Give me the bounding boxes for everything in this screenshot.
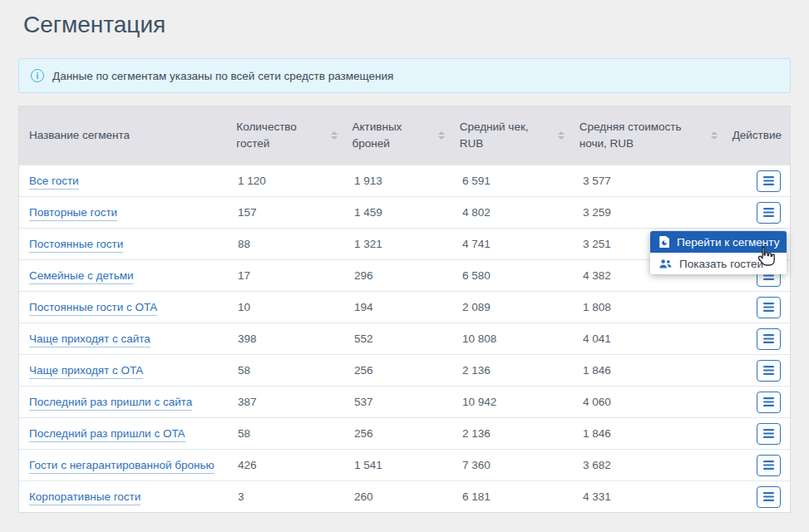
segment-link[interactable]: Последний раз пришли с OTA bbox=[29, 427, 185, 442]
column-header[interactable]: Средняя стоимость ночи, RUB bbox=[570, 119, 723, 151]
row-actions-button[interactable] bbox=[757, 202, 781, 224]
table-row: Гости с негарантированной бронью 426 1 5… bbox=[19, 449, 790, 480]
column-header-label: Средняя стоимость ночи, RUB bbox=[580, 119, 704, 151]
guests-count-cell: 387 bbox=[228, 396, 344, 408]
avg-check-cell: 2 089 bbox=[452, 301, 573, 313]
sort-icon[interactable] bbox=[711, 131, 718, 140]
segment-link[interactable]: Гости с негарантированной бронью bbox=[29, 459, 215, 474]
guests-count-cell: 157 bbox=[228, 206, 344, 219]
sort-up-arrow-icon bbox=[558, 131, 565, 135]
avg-check-cell: 10 942 bbox=[452, 396, 573, 408]
guests-count-cell: 10 bbox=[228, 301, 344, 313]
active-bookings-cell: 1 541 bbox=[344, 459, 452, 471]
hand-cursor-pointer bbox=[753, 243, 778, 269]
sort-up-arrow-icon bbox=[331, 131, 338, 135]
guests-count-cell: 17 bbox=[228, 269, 344, 282]
segment-link[interactable]: Семейные с детьми bbox=[29, 269, 133, 284]
sort-up-arrow-icon bbox=[711, 131, 718, 135]
hamburger-icon bbox=[763, 429, 774, 438]
active-bookings-cell: 1 913 bbox=[344, 175, 452, 187]
row-actions-button[interactable] bbox=[757, 328, 781, 350]
active-bookings-cell: 552 bbox=[344, 332, 452, 345]
hamburger-icon bbox=[763, 334, 774, 343]
hamburger-icon bbox=[763, 461, 774, 470]
column-header: Название сегмента bbox=[19, 127, 226, 144]
active-bookings-cell: 1 321 bbox=[344, 238, 452, 250]
avg-check-cell: 6 181 bbox=[452, 490, 573, 503]
row-actions-button[interactable] bbox=[757, 455, 781, 476]
hamburger-icon bbox=[763, 397, 774, 406]
avg-check-cell: 4 802 bbox=[452, 206, 573, 219]
guests-count-cell: 426 bbox=[228, 459, 344, 471]
info-banner-text: Данные по сегментам указаны по всей сети… bbox=[52, 70, 393, 82]
table-row: Последний раз пришли с сайта 387 537 10 … bbox=[19, 386, 790, 417]
table-row: Повторные гости 157 1 459 4 802 3 259 bbox=[19, 196, 790, 228]
row-actions-button[interactable] bbox=[757, 297, 781, 318]
active-bookings-cell: 260 bbox=[344, 490, 452, 503]
segment-link[interactable]: Последний раз пришли с сайта bbox=[29, 396, 192, 411]
hamburger-icon bbox=[763, 208, 774, 217]
guests-count-cell: 1 120 bbox=[228, 175, 344, 187]
segments-table: Название сегмента Количество гостей Акти… bbox=[18, 106, 791, 513]
avg-check-cell: 2 136 bbox=[452, 427, 573, 440]
context-menu-item-label: Показать гостей bbox=[679, 258, 763, 270]
column-header[interactable]: Количество гостей bbox=[226, 119, 342, 151]
segment-link[interactable]: Постоянные гости с OTA bbox=[29, 301, 157, 316]
active-bookings-cell: 256 bbox=[344, 364, 452, 377]
sort-icon[interactable] bbox=[331, 131, 338, 140]
column-header[interactable]: Средний чек, RUB bbox=[450, 119, 570, 151]
guests-count-cell: 398 bbox=[228, 332, 344, 345]
table-row: Корпоративные гости 3 260 6 181 4 331 bbox=[19, 480, 790, 512]
avg-night-cost-cell: 1 846 bbox=[573, 364, 727, 377]
segment-link[interactable]: Чаще приходят с OTA bbox=[29, 364, 143, 379]
info-icon: i bbox=[31, 69, 44, 82]
sort-down-arrow-icon bbox=[331, 136, 338, 140]
column-header: Действие bbox=[723, 127, 790, 144]
column-header[interactable]: Активных броней bbox=[343, 119, 450, 151]
segment-link[interactable]: Постоянные гости bbox=[29, 238, 123, 253]
sort-down-arrow-icon bbox=[711, 136, 718, 140]
segment-link[interactable]: Корпоративные гости bbox=[29, 490, 141, 505]
sort-down-arrow-icon bbox=[558, 136, 565, 140]
hamburger-icon bbox=[763, 176, 774, 185]
segment-document-icon bbox=[659, 236, 669, 248]
table-row: Постоянные гости с OTA 10 194 2 089 1 80… bbox=[19, 291, 790, 323]
sort-icon[interactable] bbox=[438, 131, 445, 140]
avg-night-cost-cell: 4 331 bbox=[573, 490, 727, 503]
active-bookings-cell: 256 bbox=[344, 427, 452, 440]
column-header-label: Название сегмента bbox=[29, 127, 130, 144]
row-actions-button[interactable] bbox=[757, 486, 781, 508]
segment-link[interactable]: Чаще приходят с сайта bbox=[29, 332, 150, 347]
avg-check-cell: 10 808 bbox=[452, 332, 573, 345]
row-actions-button[interactable] bbox=[757, 423, 781, 445]
avg-check-cell: 2 136 bbox=[452, 364, 573, 377]
avg-night-cost-cell: 4 060 bbox=[573, 396, 727, 408]
users-icon bbox=[659, 259, 672, 268]
guests-count-cell: 3 bbox=[228, 490, 344, 503]
row-actions-button[interactable] bbox=[757, 392, 781, 413]
column-header-label: Количество гостей bbox=[236, 119, 323, 151]
page-title: Сегментация bbox=[23, 12, 165, 38]
active-bookings-cell: 296 bbox=[344, 269, 452, 282]
avg-night-cost-cell: 3 259 bbox=[573, 206, 727, 219]
sort-icon[interactable] bbox=[558, 131, 565, 140]
segment-link[interactable]: Все гости bbox=[29, 175, 79, 190]
hamburger-icon bbox=[763, 492, 774, 501]
avg-check-cell: 4 741 bbox=[452, 238, 573, 250]
avg-check-cell: 7 360 bbox=[452, 459, 573, 471]
active-bookings-cell: 194 bbox=[344, 301, 452, 313]
column-header-label: Действие bbox=[733, 127, 782, 144]
sort-up-arrow-icon bbox=[438, 131, 445, 135]
row-actions-button[interactable] bbox=[757, 170, 781, 192]
segment-link[interactable]: Повторные гости bbox=[29, 206, 117, 221]
table-row: Все гости 1 120 1 913 6 591 3 577 bbox=[19, 165, 790, 196]
active-bookings-cell: 1 459 bbox=[344, 206, 452, 219]
column-header-label: Активных броней bbox=[353, 119, 432, 151]
info-banner: i Данные по сегментам указаны по всей се… bbox=[18, 58, 791, 93]
hamburger-icon bbox=[763, 366, 774, 375]
avg-night-cost-cell: 1 846 bbox=[573, 427, 727, 440]
table-row: Чаще приходят с сайта 398 552 10 808 4 0… bbox=[19, 323, 790, 354]
avg-night-cost-cell: 3 682 bbox=[573, 459, 727, 471]
row-actions-button[interactable] bbox=[757, 360, 781, 382]
avg-check-cell: 6 591 bbox=[452, 175, 573, 187]
